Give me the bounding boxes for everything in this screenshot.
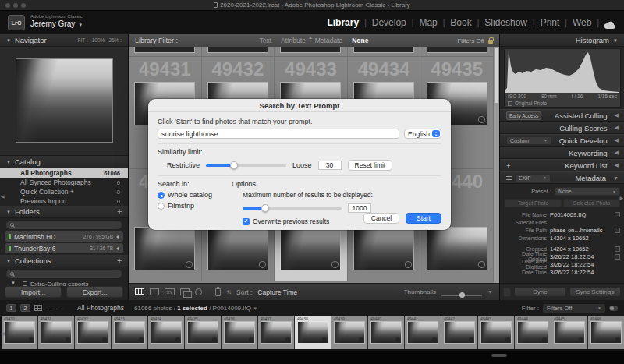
filmstrip-cell[interactable]: 49443	[478, 316, 515, 349]
survey-view-icon[interactable]	[180, 288, 190, 295]
right-panel-collapse-icon[interactable]: ▶	[619, 195, 623, 200]
metadata-section-header[interactable]: EXIF▼ Metadata ▼	[500, 171, 624, 184]
filmstrip-thumbnail[interactable]	[41, 322, 71, 343]
thumbnail-size-slider[interactable]	[441, 295, 482, 296]
filmstrip-cell[interactable]: 49434	[148, 316, 185, 349]
left-panel-collapse-icon[interactable]: ◀	[1, 193, 5, 199]
filmstrip-thumbnail[interactable]	[298, 322, 328, 343]
go-back-arrow-icon[interactable]: ←	[46, 304, 53, 312]
selection-info[interactable]: 61066 photos / 1 selected / P0014009.IIQ…	[134, 305, 257, 312]
filmstrip-thumbnail[interactable]	[518, 322, 548, 343]
badge-icon[interactable]	[405, 261, 412, 268]
badge-icon[interactable]	[332, 261, 339, 268]
filmstrip-thumbnail[interactable]	[115, 322, 144, 343]
keyword-list-section[interactable]: + Keyword List ◀	[500, 159, 624, 171]
filmstrip-thumbnail[interactable]	[151, 322, 181, 343]
sync-button[interactable]: Sync	[514, 287, 566, 297]
add-folder-button[interactable]: +	[117, 207, 122, 216]
photo-thumbnail[interactable]	[208, 228, 268, 270]
filmstrip-thumbnail[interactable]	[408, 322, 438, 343]
filmstrip-cell[interactable]: 49445	[551, 316, 588, 349]
collection-item[interactable]: ▼ Extra-Culling exports	[0, 281, 128, 286]
filter-lock-icon[interactable]	[488, 40, 493, 44]
filmstrip-cell[interactable]: 49436	[222, 316, 258, 349]
people-view-icon[interactable]	[195, 288, 202, 295]
folder-volume-row[interactable]: ThunderBay 6 31 / 36 TB	[5, 243, 123, 253]
overwrite-checkbox[interactable]: ✓	[243, 218, 250, 225]
filmstrip-thumbnail[interactable]	[261, 322, 291, 343]
target-photo-tab[interactable]: Target Photo	[505, 199, 562, 207]
sort-direction-icon[interactable]: ↑↓	[226, 288, 231, 295]
similarity-slider-knob[interactable]	[230, 161, 238, 169]
metadata-action-button[interactable]	[615, 254, 620, 260]
metadata-field-value[interactable]: 3/26/22 18:22:54	[550, 261, 615, 268]
photo-thumbnail[interactable]	[135, 228, 194, 270]
add-keyword-button[interactable]: +	[506, 161, 511, 170]
whole-catalog-radio[interactable]	[158, 192, 165, 199]
thumbnail-size-knob[interactable]	[459, 292, 465, 298]
filter-tab[interactable]: Attribute	[281, 37, 306, 44]
catalog-item[interactable]: All Photographs 61066	[0, 168, 128, 178]
filmstrip-source-label[interactable]: All Photographs	[77, 304, 124, 312]
filmstrip-filter-dropdown[interactable]: Filters Off▼	[543, 304, 605, 313]
filmstrip-cell[interactable]: 49440	[368, 316, 405, 349]
filmstrip-thumbnail[interactable]	[481, 322, 511, 343]
filmstrip-thumbnail[interactable]	[371, 322, 401, 343]
catalog-item[interactable]: Previous Import 0	[0, 196, 128, 206]
grid-view-icon[interactable]	[135, 288, 144, 295]
keywording-section[interactable]: Keywording ◀	[500, 147, 624, 159]
module-tab[interactable]: Web |	[567, 17, 599, 28]
catalog-item[interactable]: All Synced Photographs 0	[0, 178, 128, 187]
add-collection-button[interactable]: +	[117, 256, 122, 265]
second-window-button[interactable]: 2	[20, 304, 30, 312]
toolbar-caret-icon[interactable]: ▼	[488, 289, 493, 295]
compare-view-icon[interactable]: XY	[165, 288, 175, 295]
original-photo-checkbox[interactable]	[508, 101, 512, 106]
module-tab[interactable]: Print |	[535, 17, 567, 28]
grid-scrollbar-thumb[interactable]	[495, 48, 498, 103]
navigator-header[interactable]: ▼ Navigator FIT : 100% 25% :	[0, 34, 128, 47]
module-tab[interactable]: Map |	[413, 17, 445, 28]
filmstrip-cell[interactable]: 49437	[258, 316, 295, 349]
filmstrip-thumbnail[interactable]	[445, 322, 474, 343]
filmstrip-thumbnail[interactable]	[555, 322, 584, 343]
catalog-header[interactable]: ▼ Catalog	[0, 156, 128, 168]
reset-limit-button[interactable]: Reset limit	[348, 160, 393, 171]
user-name-dropdown[interactable]: Jeremy Gray▼	[30, 19, 83, 28]
metadata-action-icon[interactable]	[506, 176, 512, 180]
navigator-zoom-controls[interactable]: FIT : 100% 25% :	[78, 37, 122, 43]
auto-sync-toggle[interactable]	[503, 288, 511, 297]
preset-dropdown[interactable]: None▼	[555, 187, 620, 196]
histogram-header[interactable]: Histogram ▼	[500, 34, 624, 47]
filter-tab[interactable]: None	[352, 37, 368, 44]
filmstrip-thumbnail[interactable]	[188, 322, 218, 343]
badge-icon[interactable]	[478, 116, 485, 123]
grid-cell-partial[interactable]	[202, 47, 275, 56]
filmstrip-cell[interactable]: 49441	[405, 316, 441, 349]
module-tab[interactable]: Book |	[445, 17, 479, 28]
folders-header[interactable]: ▼ Folders +	[0, 206, 128, 218]
histogram-panel[interactable]: ISO 200 90 mm f / 16 1/15 sec Original P…	[504, 48, 621, 108]
filmstrip-scrollbar[interactable]	[0, 351, 624, 364]
culling-scores-section[interactable]: Culling Scores ◀	[500, 122, 624, 134]
quick-develop-preset-dropdown[interactable]: Custom▼	[506, 136, 551, 145]
filmstrip-cell[interactable]: 49442	[441, 316, 478, 349]
grid-cell-partial[interactable]	[348, 47, 421, 56]
maximize-button[interactable]	[21, 3, 26, 8]
start-button[interactable]: Start	[406, 213, 441, 224]
sort-value-dropdown[interactable]: Capture Time	[257, 288, 297, 296]
filmstrip-thumbnail[interactable]	[5, 322, 34, 343]
quick-develop-section[interactable]: Custom▼ Quick Develop ◀	[500, 134, 624, 147]
filmstrip-cell[interactable]: 49433	[112, 316, 148, 349]
catalog-item[interactable]: Quick Collection + 0	[0, 187, 128, 196]
cancel-button[interactable]: Cancel	[363, 213, 399, 224]
sync-settings-button[interactable]: Sync Settings	[569, 287, 622, 297]
filmstrip-thumbnail[interactable]	[78, 322, 108, 343]
filmstrip-cell[interactable]: 49435	[185, 316, 222, 349]
assisted-culling-section[interactable]: Early Access Assisted Culling ◀	[500, 109, 624, 122]
navigator-preview-image[interactable]	[16, 59, 112, 142]
metadata-action-button[interactable]	[615, 246, 620, 252]
badge-icon[interactable]	[478, 261, 485, 268]
filmstrip-thumbnail[interactable]	[335, 322, 364, 343]
grid-view-shortcut-icon[interactable]	[34, 305, 42, 311]
